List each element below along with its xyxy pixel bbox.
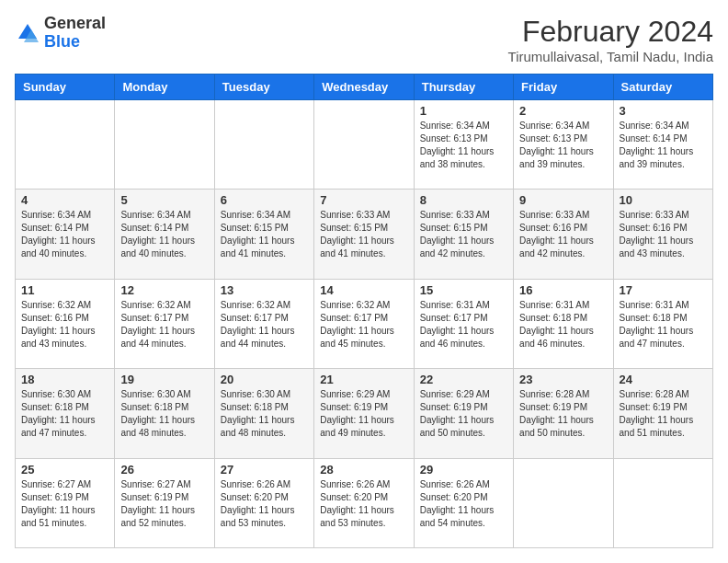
day-info: Sunrise: 6:34 AM Sunset: 6:13 PM Dayligh… bbox=[420, 120, 507, 171]
day-number: 22 bbox=[420, 373, 507, 386]
day-number: 14 bbox=[320, 283, 407, 297]
main-title: February 2024 bbox=[508, 15, 713, 49]
calendar-cell: 6Sunrise: 6:34 AM Sunset: 6:15 PM Daylig… bbox=[214, 190, 313, 279]
calendar-cell: 15Sunrise: 6:31 AM Sunset: 6:17 PM Dayli… bbox=[414, 279, 513, 368]
day-number: 23 bbox=[519, 373, 607, 386]
day-info: Sunrise: 6:27 AM Sunset: 6:19 PM Dayligh… bbox=[120, 478, 208, 530]
day-info: Sunrise: 6:31 AM Sunset: 6:18 PM Dayligh… bbox=[620, 299, 707, 350]
day-number: 9 bbox=[519, 193, 607, 207]
calendar-cell: 13Sunrise: 6:32 AM Sunset: 6:17 PM Dayli… bbox=[214, 279, 313, 368]
day-info: Sunrise: 6:30 AM Sunset: 6:18 PM Dayligh… bbox=[221, 388, 308, 440]
day-number: 26 bbox=[120, 463, 208, 477]
calendar-cell: 27Sunrise: 6:26 AM Sunset: 6:20 PM Dayli… bbox=[214, 458, 313, 547]
calendar-cell: 9Sunrise: 6:33 AM Sunset: 6:16 PM Daylig… bbox=[514, 190, 613, 279]
day-number: 12 bbox=[120, 283, 208, 297]
day-info: Sunrise: 6:32 AM Sunset: 6:17 PM Dayligh… bbox=[221, 299, 308, 350]
calendar-cell: 21Sunrise: 6:29 AM Sunset: 6:19 PM Dayli… bbox=[314, 369, 414, 458]
logo-blue-text: Blue bbox=[44, 32, 80, 51]
day-number: 18 bbox=[21, 373, 108, 386]
day-info: Sunrise: 6:32 AM Sunset: 6:17 PM Dayligh… bbox=[320, 299, 407, 350]
day-number: 7 bbox=[320, 193, 407, 207]
day-info: Sunrise: 6:30 AM Sunset: 6:18 PM Dayligh… bbox=[120, 388, 208, 440]
day-number: 10 bbox=[620, 193, 707, 207]
calendar-cell: 10Sunrise: 6:33 AM Sunset: 6:16 PM Dayli… bbox=[613, 190, 712, 279]
logo-icon bbox=[15, 20, 40, 46]
calendar-cell bbox=[514, 458, 613, 547]
day-info: Sunrise: 6:33 AM Sunset: 6:16 PM Dayligh… bbox=[620, 209, 707, 260]
day-number: 1 bbox=[420, 104, 507, 118]
weekday-header-friday: Friday bbox=[514, 75, 613, 100]
day-number: 29 bbox=[420, 463, 507, 477]
calendar-table: SundayMondayTuesdayWednesdayThursdayFrid… bbox=[15, 74, 713, 548]
day-info: Sunrise: 6:34 AM Sunset: 6:14 PM Dayligh… bbox=[620, 120, 707, 171]
page: General Blue February 2024 Tirumullaivas… bbox=[0, 0, 728, 563]
day-info: Sunrise: 6:34 AM Sunset: 6:14 PM Dayligh… bbox=[21, 209, 108, 260]
day-info: Sunrise: 6:33 AM Sunset: 6:15 PM Dayligh… bbox=[320, 209, 407, 260]
day-number: 15 bbox=[420, 283, 507, 297]
day-number: 28 bbox=[320, 463, 407, 477]
calendar-cell bbox=[613, 458, 712, 547]
calendar-cell: 23Sunrise: 6:28 AM Sunset: 6:19 PM Dayli… bbox=[514, 369, 613, 458]
subtitle: Tirumullaivasal, Tamil Nadu, India bbox=[508, 49, 713, 64]
day-info: Sunrise: 6:30 AM Sunset: 6:18 PM Dayligh… bbox=[21, 388, 108, 440]
calendar-cell: 26Sunrise: 6:27 AM Sunset: 6:19 PM Dayli… bbox=[115, 458, 214, 547]
calendar-header-row: SundayMondayTuesdayWednesdayThursdayFrid… bbox=[16, 75, 713, 100]
day-info: Sunrise: 6:31 AM Sunset: 6:18 PM Dayligh… bbox=[519, 299, 607, 350]
calendar-cell: 8Sunrise: 6:33 AM Sunset: 6:15 PM Daylig… bbox=[414, 190, 513, 279]
day-number: 11 bbox=[21, 283, 108, 297]
calendar-cell: 29Sunrise: 6:26 AM Sunset: 6:20 PM Dayli… bbox=[414, 458, 513, 547]
day-number: 8 bbox=[420, 193, 507, 207]
calendar-row-0: 1Sunrise: 6:34 AM Sunset: 6:13 PM Daylig… bbox=[16, 100, 713, 190]
day-info: Sunrise: 6:27 AM Sunset: 6:19 PM Dayligh… bbox=[21, 478, 108, 530]
calendar-cell: 28Sunrise: 6:26 AM Sunset: 6:20 PM Dayli… bbox=[314, 458, 414, 547]
day-info: Sunrise: 6:32 AM Sunset: 6:16 PM Dayligh… bbox=[21, 299, 108, 350]
day-info: Sunrise: 6:26 AM Sunset: 6:20 PM Dayligh… bbox=[320, 478, 407, 530]
day-info: Sunrise: 6:28 AM Sunset: 6:19 PM Dayligh… bbox=[519, 388, 607, 440]
day-info: Sunrise: 6:34 AM Sunset: 6:14 PM Dayligh… bbox=[120, 209, 208, 260]
day-info: Sunrise: 6:29 AM Sunset: 6:19 PM Dayligh… bbox=[420, 388, 507, 440]
calendar-row-1: 4Sunrise: 6:34 AM Sunset: 6:14 PM Daylig… bbox=[16, 190, 713, 279]
weekday-header-saturday: Saturday bbox=[613, 75, 712, 100]
calendar-cell: 14Sunrise: 6:32 AM Sunset: 6:17 PM Dayli… bbox=[314, 279, 414, 368]
calendar-row-2: 11Sunrise: 6:32 AM Sunset: 6:16 PM Dayli… bbox=[16, 279, 713, 368]
calendar-cell: 11Sunrise: 6:32 AM Sunset: 6:16 PM Dayli… bbox=[16, 279, 115, 368]
title-block: February 2024 Tirumullaivasal, Tamil Nad… bbox=[508, 15, 713, 64]
day-info: Sunrise: 6:33 AM Sunset: 6:15 PM Dayligh… bbox=[420, 209, 507, 260]
calendar-cell bbox=[214, 100, 313, 190]
calendar-cell: 4Sunrise: 6:34 AM Sunset: 6:14 PM Daylig… bbox=[16, 190, 115, 279]
day-number: 25 bbox=[21, 463, 108, 477]
day-number: 5 bbox=[120, 193, 208, 207]
calendar-cell: 22Sunrise: 6:29 AM Sunset: 6:19 PM Dayli… bbox=[414, 369, 513, 458]
day-number: 13 bbox=[221, 283, 308, 297]
calendar-cell bbox=[314, 100, 414, 190]
day-info: Sunrise: 6:28 AM Sunset: 6:19 PM Dayligh… bbox=[620, 388, 707, 440]
calendar-cell bbox=[115, 100, 214, 190]
day-number: 21 bbox=[320, 373, 407, 386]
day-number: 3 bbox=[620, 104, 707, 118]
day-number: 19 bbox=[120, 373, 208, 386]
day-info: Sunrise: 6:31 AM Sunset: 6:17 PM Dayligh… bbox=[420, 299, 507, 350]
day-info: Sunrise: 6:26 AM Sunset: 6:20 PM Dayligh… bbox=[420, 478, 507, 530]
day-number: 4 bbox=[21, 193, 108, 207]
day-number: 24 bbox=[620, 373, 707, 386]
calendar-cell: 17Sunrise: 6:31 AM Sunset: 6:18 PM Dayli… bbox=[613, 279, 712, 368]
calendar-cell bbox=[16, 100, 115, 190]
weekday-header-thursday: Thursday bbox=[414, 75, 513, 100]
day-info: Sunrise: 6:32 AM Sunset: 6:17 PM Dayligh… bbox=[120, 299, 208, 350]
logo: General Blue bbox=[15, 15, 106, 52]
calendar-cell: 1Sunrise: 6:34 AM Sunset: 6:13 PM Daylig… bbox=[414, 100, 513, 190]
calendar-cell: 12Sunrise: 6:32 AM Sunset: 6:17 PM Dayli… bbox=[115, 279, 214, 368]
day-number: 20 bbox=[221, 373, 308, 386]
logo-general-text: General bbox=[44, 14, 106, 32]
day-info: Sunrise: 6:34 AM Sunset: 6:15 PM Dayligh… bbox=[221, 209, 308, 260]
calendar-cell: 7Sunrise: 6:33 AM Sunset: 6:15 PM Daylig… bbox=[314, 190, 414, 279]
day-number: 6 bbox=[221, 193, 308, 207]
weekday-header-tuesday: Tuesday bbox=[214, 75, 313, 100]
day-info: Sunrise: 6:29 AM Sunset: 6:19 PM Dayligh… bbox=[320, 388, 407, 440]
day-info: Sunrise: 6:26 AM Sunset: 6:20 PM Dayligh… bbox=[221, 478, 308, 530]
calendar-row-4: 25Sunrise: 6:27 AM Sunset: 6:19 PM Dayli… bbox=[16, 458, 713, 547]
header: General Blue February 2024 Tirumullaivas… bbox=[15, 15, 713, 64]
day-number: 2 bbox=[519, 104, 607, 118]
calendar-cell: 24Sunrise: 6:28 AM Sunset: 6:19 PM Dayli… bbox=[613, 369, 712, 458]
calendar-cell: 16Sunrise: 6:31 AM Sunset: 6:18 PM Dayli… bbox=[514, 279, 613, 368]
